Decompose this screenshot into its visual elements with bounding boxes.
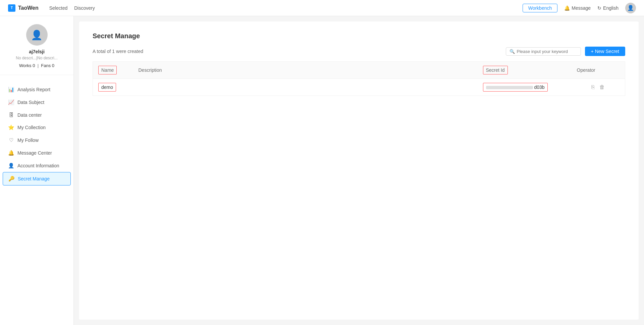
topnav-right: Workbench 🔔 Message ↻ English 👤	[523, 3, 636, 13]
summary-text: A total of 1 were created	[93, 49, 143, 54]
top-navigation: T TaoWen Selected Discovery Workbench 🔔 …	[0, 0, 644, 16]
sidebar-menu: 📊 Analysis Report 📈 Data Subject 🗄 Data …	[0, 83, 73, 185]
profile-username: aj7elsji	[29, 49, 45, 54]
nav-selected[interactable]: Selected	[49, 5, 67, 11]
sidebar-item-analysis-report[interactable]: 📊 Analysis Report	[3, 83, 71, 96]
profile-description: No descri...|No descri...	[16, 56, 58, 60]
profile-stats: Works 0 | Fans 0	[19, 63, 54, 68]
th-name-label: Name	[98, 66, 117, 74]
th-description: Description	[133, 62, 478, 79]
new-secret-button[interactable]: + New Secret	[585, 47, 625, 56]
works-count: 0	[33, 63, 35, 68]
toolbar-right: 🔍 + New Secret	[506, 47, 625, 56]
th-name: Name	[93, 62, 133, 79]
message-nav-label: Message	[572, 5, 591, 11]
language-switcher[interactable]: ↻ English	[597, 5, 619, 11]
th-secret-id-label: Secret Id	[483, 66, 508, 74]
sidebar-item-data-subject[interactable]: 📈 Data Subject	[3, 96, 71, 109]
data-center-icon: 🗄	[8, 112, 14, 118]
summary-bar: A total of 1 were created 🔍 + New Secret	[93, 47, 625, 56]
logo-icon: T	[8, 4, 15, 12]
td-name: demo	[93, 79, 133, 96]
fans-count: 0	[52, 63, 54, 68]
analysis-report-icon: 📊	[8, 87, 14, 93]
analysis-report-label: Analysis Report	[17, 87, 50, 92]
user-avatar[interactable]: 👤	[625, 3, 636, 13]
page-title: Secret Manage	[93, 32, 625, 40]
sidebar-item-my-follow[interactable]: ♡ My Follow	[3, 134, 71, 147]
search-box: 🔍	[506, 47, 581, 56]
delete-icon[interactable]: 🗑	[599, 84, 605, 90]
sidebar-item-data-center[interactable]: 🗄 Data center	[3, 109, 71, 121]
message-center-label: Message Center	[17, 150, 52, 156]
data-subject-label: Data Subject	[17, 100, 44, 105]
collection-label: My Collection	[17, 125, 46, 130]
follow-icon: ♡	[8, 137, 14, 143]
th-description-label: Description	[139, 67, 162, 73]
avatar-icon: 👤	[627, 5, 634, 11]
logo-text: TaoWen	[18, 5, 39, 11]
td-description	[133, 79, 478, 96]
th-secret-id: Secret Id	[478, 62, 572, 79]
secret-id-suffix: d03b	[534, 85, 544, 90]
fans-label: Fans	[41, 63, 51, 68]
data-subject-icon: 📈	[8, 99, 14, 105]
follow-label: My Follow	[17, 138, 39, 143]
table-body: demo d03b ⎘ 🗑	[93, 79, 625, 96]
td-secret-id-value: d03b	[483, 83, 548, 92]
th-operator: Operator	[572, 62, 625, 79]
edit-icon[interactable]: ⎘	[591, 84, 595, 90]
bell-nav-icon: 🔔	[564, 5, 570, 11]
collection-icon: ⭐	[8, 124, 14, 130]
secrets-table: Name Description Secret Id Operator	[93, 61, 625, 96]
td-secret-id: d03b	[478, 79, 572, 96]
workbench-button[interactable]: Workbench	[523, 4, 558, 12]
message-nav-item[interactable]: 🔔 Message	[564, 5, 591, 11]
sidebar-item-account-information[interactable]: 👤 Account Information	[3, 159, 71, 172]
language-label: English	[603, 5, 619, 11]
operator-icons: ⎘ 🗑	[577, 84, 620, 90]
page-body: 👤 aj7elsji No descri...|No descri... Wor…	[0, 16, 644, 325]
profile-section: 👤 aj7elsji No descri...|No descri... Wor…	[0, 24, 73, 75]
secret-manage-label: Secret Manage	[18, 176, 50, 181]
table-row: demo d03b ⎘ 🗑	[93, 79, 625, 96]
sidebar-item-secret-manage[interactable]: 🔑 Secret Manage	[3, 172, 71, 185]
search-input[interactable]	[517, 49, 577, 54]
search-icon: 🔍	[509, 49, 515, 54]
language-icon: ↻	[597, 5, 601, 11]
logo[interactable]: T TaoWen	[8, 4, 39, 12]
main-content: Secret Manage A total of 1 were created …	[79, 21, 639, 320]
table-header: Name Description Secret Id Operator	[93, 62, 625, 79]
nav-discovery[interactable]: Discovery	[74, 5, 95, 11]
account-info-icon: 👤	[8, 163, 14, 169]
secret-manage-icon: 🔑	[8, 176, 14, 182]
th-operator-label: Operator	[577, 67, 595, 73]
td-name-value: demo	[98, 83, 116, 92]
data-center-label: Data center	[17, 112, 42, 118]
sidebar: 👤 aj7elsji No descri...|No descri... Wor…	[0, 16, 74, 325]
avatar-person-icon: 👤	[31, 30, 43, 41]
message-center-icon: 🔔	[8, 150, 14, 156]
works-label: Works	[19, 63, 32, 68]
sidebar-item-my-collection[interactable]: ⭐ My Collection	[3, 121, 71, 134]
secret-masked-part	[486, 86, 533, 89]
account-information-label: Account Information	[17, 163, 59, 168]
profile-avatar: 👤	[26, 24, 48, 46]
sidebar-item-message-center[interactable]: 🔔 Message Center	[3, 147, 71, 159]
td-operator: ⎘ 🗑	[572, 79, 625, 96]
